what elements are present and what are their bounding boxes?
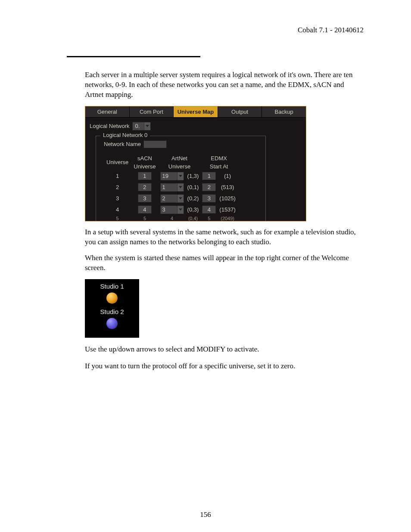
table-row: 3 3 2 (0,2) 3 (1025) bbox=[104, 193, 237, 204]
studio-list-panel: Studio 1 Studio 2 bbox=[85, 279, 139, 338]
table-row: 1 1 19 (1,3) 1 (1) bbox=[104, 171, 237, 182]
artnet-value: 4 bbox=[159, 215, 186, 221]
tab-com-port[interactable]: Com Port bbox=[130, 106, 174, 118]
table-row: 2 2 1 (0,1) 2 (513) bbox=[104, 182, 237, 193]
edmx-start: (1025) bbox=[218, 193, 237, 204]
cell-universe: 5 bbox=[104, 215, 131, 221]
artnet-value: 3 bbox=[161, 206, 177, 213]
logical-network-fieldset: Logical Network 0 Network Name Universe … bbox=[96, 136, 266, 221]
tab-output[interactable]: Output bbox=[218, 106, 262, 118]
network-name-label: Network Name bbox=[104, 141, 141, 147]
chevron-down-icon[interactable] bbox=[177, 172, 184, 180]
artnet-select[interactable]: 19 bbox=[160, 172, 184, 180]
artnet-value: 2 bbox=[161, 195, 177, 202]
sacn-input[interactable]: 4 bbox=[138, 205, 152, 214]
paragraph: In a setup with several systems in the s… bbox=[85, 227, 372, 247]
col-sacn-2: Universe bbox=[131, 162, 158, 171]
edmx-input[interactable]: 4 bbox=[202, 205, 216, 214]
edmx-start: (2049) bbox=[218, 215, 237, 221]
edmx-value: 5 bbox=[200, 215, 218, 221]
artnet-select[interactable]: 2 bbox=[160, 194, 184, 203]
section-rule bbox=[67, 56, 200, 57]
edmx-start: (1) bbox=[218, 171, 237, 182]
col-artnet-1: ArtNet bbox=[159, 154, 201, 162]
tab-row: General Com Port Universe Map Output Bac… bbox=[85, 106, 306, 118]
network-name-input[interactable] bbox=[143, 140, 167, 148]
cell-universe: 4 bbox=[104, 204, 131, 215]
studio-1-dot-icon bbox=[106, 292, 118, 304]
tab-general[interactable]: General bbox=[85, 106, 130, 118]
table-row: 4 4 3 (0,3) 4 (1537) bbox=[104, 204, 237, 215]
studio-2-dot-icon bbox=[106, 318, 118, 329]
studio-2-label: Studio 2 bbox=[85, 308, 139, 315]
artnet-pair: (0,3) bbox=[186, 204, 201, 215]
logical-network-label: Logical Network bbox=[90, 123, 130, 129]
chevron-down-icon[interactable] bbox=[177, 184, 184, 191]
col-sacn-1: sACN bbox=[131, 154, 158, 162]
fieldset-legend: Logical Network 0 bbox=[100, 132, 150, 138]
table-row-cut: 5 5 4 (0,4) 5 (2049) bbox=[104, 215, 237, 221]
artnet-select[interactable]: 3 bbox=[160, 205, 184, 214]
paragraph: If you want to turn the protocol off for… bbox=[85, 361, 372, 371]
edmx-input[interactable]: 1 bbox=[202, 172, 216, 180]
artnet-value: 19 bbox=[161, 173, 177, 179]
edmx-start: (513) bbox=[218, 182, 237, 193]
universe-map-panel: General Com Port Universe Map Output Bac… bbox=[85, 106, 306, 221]
tab-backup[interactable]: Backup bbox=[262, 106, 306, 118]
cell-universe: 1 bbox=[104, 171, 131, 182]
artnet-pair: (0,4) bbox=[186, 215, 201, 221]
col-edmx-1: EDMX bbox=[200, 154, 237, 162]
page-header-right: Cobalt 7.1 - 20140612 bbox=[67, 26, 364, 34]
edmx-start: (1537) bbox=[218, 204, 237, 215]
col-universe: Universe bbox=[104, 154, 131, 171]
tab-universe-map[interactable]: Universe Map bbox=[174, 106, 218, 118]
artnet-select[interactable]: 1 bbox=[160, 183, 184, 192]
paragraph: Use the up/down arrows to select and MOD… bbox=[85, 345, 372, 355]
cell-universe: 3 bbox=[104, 193, 131, 204]
studio-1-label: Studio 1 bbox=[85, 283, 139, 290]
sacn-input[interactable]: 1 bbox=[138, 172, 152, 180]
edmx-input[interactable]: 3 bbox=[202, 194, 216, 202]
paragraph: When the system is started these names w… bbox=[85, 253, 372, 273]
chevron-down-icon[interactable] bbox=[144, 122, 150, 130]
logical-network-value: 0. bbox=[133, 123, 144, 129]
table-header-row-1: Universe sACN ArtNet EDMX bbox=[104, 154, 237, 162]
sacn-value: 5 bbox=[131, 215, 158, 221]
intro-paragraph: Each server in a multiple server system … bbox=[85, 70, 372, 100]
sacn-input[interactable]: 3 bbox=[138, 194, 152, 202]
col-edmx-2: Start At bbox=[200, 162, 237, 171]
artnet-pair: (1,3) bbox=[186, 171, 201, 182]
universe-table: Universe sACN ArtNet EDMX Universe Unive… bbox=[104, 154, 237, 221]
logical-network-select[interactable]: 0. bbox=[132, 122, 151, 131]
sacn-input[interactable]: 2 bbox=[138, 183, 152, 191]
cell-universe: 2 bbox=[104, 182, 131, 193]
artnet-value: 1 bbox=[161, 184, 177, 190]
artnet-pair: (0,1) bbox=[186, 182, 201, 193]
chevron-down-icon[interactable] bbox=[177, 206, 184, 214]
col-artnet-2: Universe bbox=[159, 162, 201, 171]
page-number: 156 bbox=[0, 510, 411, 519]
chevron-down-icon[interactable] bbox=[177, 195, 184, 202]
artnet-pair: (0,2) bbox=[186, 193, 201, 204]
edmx-input[interactable]: 2 bbox=[202, 183, 216, 191]
